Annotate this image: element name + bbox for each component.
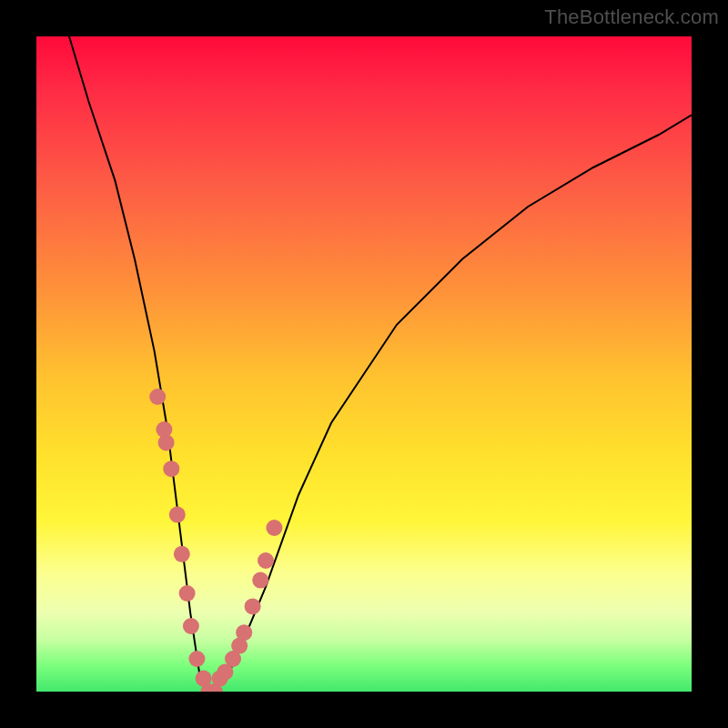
data-point — [188, 651, 205, 667]
data-point — [149, 389, 166, 405]
marker-group — [149, 389, 282, 692]
data-point — [236, 624, 252, 641]
curve-layer — [36, 36, 692, 692]
data-point — [252, 572, 268, 589]
plot-area — [36, 36, 692, 692]
data-point — [169, 507, 186, 523]
data-point — [183, 618, 199, 634]
data-point — [158, 434, 175, 450]
data-point — [266, 520, 282, 536]
bottleneck-curve — [36, 36, 692, 692]
data-point — [245, 598, 261, 614]
data-point — [258, 552, 274, 569]
data-point — [163, 460, 179, 477]
data-point — [179, 585, 196, 602]
chart-container: TheBottleneck.com — [0, 0, 728, 728]
watermark-text: TheBottleneck.com — [544, 5, 719, 29]
data-point — [174, 546, 190, 562]
